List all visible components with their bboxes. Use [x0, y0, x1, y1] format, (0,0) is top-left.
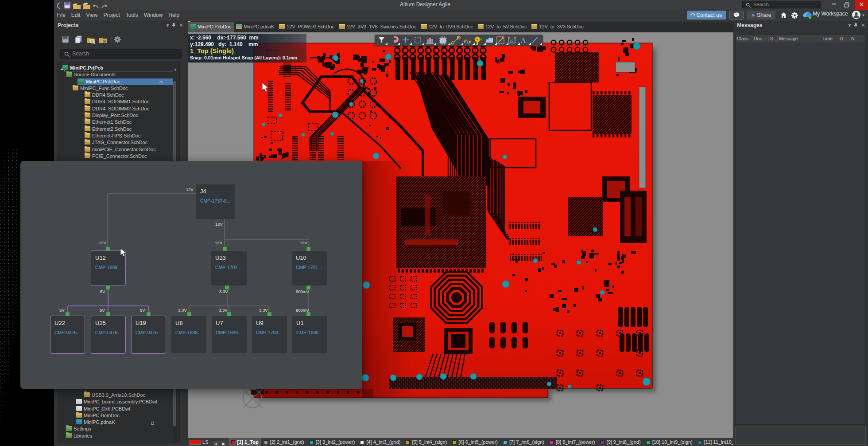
svg-text:5V: 5V [100, 289, 105, 294]
svg-text:3.3V: 3.3V [219, 308, 228, 313]
svg-text:10: 10 [510, 39, 513, 42]
svg-text:12V: 12V [215, 222, 223, 227]
svg-text:12V: 12V [300, 240, 308, 245]
svg-text:3.3V: 3.3V [219, 289, 228, 294]
svg-text:5V: 5V [100, 308, 105, 313]
svg-text:3.3V: 3.3V [178, 308, 187, 313]
svg-text:3.3V: 3.3V [259, 308, 268, 313]
svg-text:A: A [521, 37, 526, 44]
svg-text:5V: 5V [59, 308, 65, 313]
svg-text:5V: 5V [140, 308, 145, 313]
svg-text:12V: 12V [215, 240, 223, 245]
svg-text:900mV: 900mV [296, 289, 310, 294]
svg-text:12V: 12V [186, 187, 194, 192]
svg-text:12V: 12V [99, 240, 107, 245]
svg-text:900mV: 900mV [296, 308, 310, 313]
